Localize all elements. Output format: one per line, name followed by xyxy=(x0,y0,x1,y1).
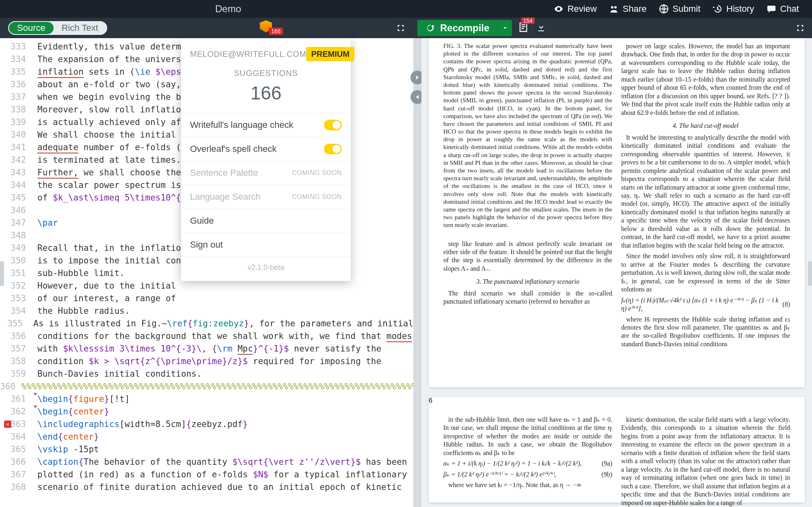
history-action[interactable]: History xyxy=(713,4,754,14)
row-guide[interactable]: Guide xyxy=(181,209,351,233)
code-text[interactable]: is actually achieved only af xyxy=(37,116,181,129)
eq-8: fₖ(η) = (i Hᵢ)/(Mₚₗ √4k³ ε₁) [αₖ (1 + i … xyxy=(621,296,790,313)
recompile-dropdown[interactable] xyxy=(497,20,512,36)
pdf-area: FIG. 3. The scalar power spectra evaluat… xyxy=(421,38,812,507)
code-text[interactable]: sub-Hubble limit. xyxy=(37,267,125,280)
share-action[interactable]: Share xyxy=(609,4,647,14)
pane-divider[interactable] xyxy=(413,38,421,507)
code-line[interactable]: 363\includegraphics[width=8.5cm]{zeebyz.… xyxy=(0,418,413,431)
writefull-popup: MELODIE@WRITEFULL.COM PREMIUM SUGGESTION… xyxy=(181,38,351,281)
editor-expand-button[interactable] xyxy=(396,24,405,34)
premium-badge: PREMIUM xyxy=(306,47,354,61)
line-number: 343 xyxy=(0,166,32,179)
code-text[interactable]: \vskip -15pt xyxy=(37,443,99,456)
code-line[interactable]: 362\begin{center} xyxy=(0,406,413,418)
code-text[interactable]: of $k_\ast\simeq 5\times10^{ xyxy=(37,192,181,204)
row-sentence-palette: Sentence Palette COMING SOON xyxy=(181,161,351,185)
line-number: 361 xyxy=(0,393,32,406)
line-number: 366 xyxy=(0,456,32,468)
code-text[interactable]: \includegraphics[width=8.5cm]{zeebyz.pdf… xyxy=(37,418,248,431)
code-text[interactable]: plotted (in red) as a function of e-fold… xyxy=(37,468,407,481)
code-text[interactable]: of our interest, a range of xyxy=(37,292,181,305)
code-text[interactable]: is to impose the initial con xyxy=(37,255,181,267)
code-line[interactable]: 359Bunch-Davies initial conditions. xyxy=(0,368,413,380)
code-line[interactable]: 354the Hubble radius. xyxy=(0,305,413,317)
code-text[interactable]: As is illustrated in Fig.~\ref{fig:zeeby… xyxy=(33,317,413,330)
toolbar: Source Rich Text 166 Recompile 154 xyxy=(0,18,812,38)
row-spell-check[interactable]: Overleaf's spell check xyxy=(181,137,351,161)
code-text[interactable]: \begin{center} xyxy=(37,406,109,418)
mode-rich-text[interactable]: Rich Text xyxy=(54,22,106,34)
recompile-button[interactable]: Recompile xyxy=(417,20,497,36)
code-line[interactable]: 353of our interest, a range of xyxy=(0,292,413,305)
code-text[interactable]: conditions for the background that we sh… xyxy=(37,330,412,343)
code-line[interactable]: 360%%%%%%%%%%%%%%%%%%%%%%%%%%%%%%%%%%%%%… xyxy=(0,380,413,393)
pdf-expand-button[interactable] xyxy=(796,24,805,34)
line-number: 341 xyxy=(0,141,32,154)
review-action[interactable]: Review xyxy=(554,4,597,14)
code-text[interactable]: \end{center} xyxy=(37,431,99,443)
p2-col1-para1: in the sub-Hubble limit, then one will h… xyxy=(443,416,612,457)
suggestions-label: SUGGESTIONS xyxy=(181,69,351,78)
logs-button[interactable]: 154 xyxy=(518,22,529,35)
code-line[interactable]: 368scenario of finite duration achieved … xyxy=(0,481,413,494)
code-text[interactable]: is terminated at late times. xyxy=(37,154,181,166)
code-line[interactable]: 364\end{center} xyxy=(0,431,413,443)
code-line[interactable]: 356conditions for the background that we… xyxy=(0,330,413,343)
pdf-preview-pane[interactable]: FIG. 3. The scalar power spectra evaluat… xyxy=(421,38,812,507)
code-text[interactable]: the Hubble radius. xyxy=(37,305,130,317)
toggle-language-check[interactable] xyxy=(324,120,342,130)
code-line[interactable]: 365\vskip -15pt xyxy=(0,443,413,456)
chat-action[interactable]: Chat xyxy=(767,4,799,14)
arrow-right-icon xyxy=(414,74,421,81)
chevron-down-icon xyxy=(502,25,508,31)
line-number: 344 xyxy=(0,179,32,192)
popup-version: v2.1.0-beta xyxy=(181,257,351,279)
code-line[interactable]: 367plotted (in red) as a function of e-f… xyxy=(0,468,413,481)
expand-icon xyxy=(396,24,405,32)
expand-icon xyxy=(796,24,805,32)
code-line[interactable]: 358condition $k > \sqrt{z^{\prime\prime}… xyxy=(0,355,413,368)
share-icon xyxy=(609,4,619,14)
topbar: Demo Review Share Submit History Chat xyxy=(0,0,812,18)
fold-icon[interactable] xyxy=(33,406,37,408)
p1-col1-para2: The third scenario we shall consider is … xyxy=(443,289,612,306)
code-line[interactable]: 361\begin{figure}[!t] xyxy=(0,393,413,406)
code-text[interactable]: condition $k > \sqrt{z^{\prime\prime}/z}… xyxy=(37,355,381,368)
topbar-actions: Review Share Submit History Chat xyxy=(554,4,812,14)
code-text[interactable]: Bunch-Davies initial conditions. xyxy=(37,368,202,380)
code-text[interactable]: scenario of finite duration achieved due… xyxy=(37,481,402,494)
right-rail-handle[interactable] xyxy=(808,261,812,286)
code-line[interactable]: 352However, due to the initial xyxy=(0,280,413,292)
code-line[interactable]: 366\caption{The behavior of the quantity… xyxy=(0,456,413,468)
line-number: 356 xyxy=(0,330,32,343)
row-signout[interactable]: Sign out xyxy=(181,233,351,257)
writefull-email: MELODIE@WRITEFULL.COM xyxy=(190,50,306,59)
page-number: 6 xyxy=(429,397,432,404)
fold-icon[interactable] xyxy=(33,393,37,396)
writefull-badge[interactable]: 166 xyxy=(260,20,272,32)
coming-soon-1: COMING SOON xyxy=(292,169,342,177)
row-guide-label: Guide xyxy=(190,216,214,226)
download-pdf-button[interactable] xyxy=(536,22,546,34)
code-line[interactable]: 355As is illustrated in Fig.~\ref{fig:ze… xyxy=(0,317,413,330)
p1-col1-para1: step like feature and is almost perfectl… xyxy=(443,240,612,273)
main-split: 333Evidently, this value determ ld.334Th… xyxy=(0,38,812,507)
code-text[interactable]: with $k\lesssim 3\times 10^{-3}\, {\rm M… xyxy=(37,343,381,355)
pdf-page-2: 6 in the sub-Hubble limit, then one will… xyxy=(429,397,805,503)
mode-source[interactable]: Source xyxy=(9,22,54,34)
error-icon[interactable] xyxy=(4,421,11,428)
suggestions-count: 166 xyxy=(181,82,351,104)
toggle-spell-check[interactable] xyxy=(324,144,342,154)
code-text[interactable]: \begin{figure}[!t] xyxy=(37,393,130,406)
code-line[interactable]: 357with $k\lesssim 3\times 10^{-3}\, {\r… xyxy=(0,343,413,355)
code-text[interactable]: However, due to the initial xyxy=(37,280,181,292)
code-text[interactable]: when we begin evolving the b xyxy=(37,91,181,104)
code-text[interactable]: \caption{The behavior of the quantity $\… xyxy=(37,456,407,468)
row-language-check[interactable]: Writefull's language check xyxy=(181,113,351,137)
code-text[interactable]: \par xyxy=(37,217,58,229)
line-number: 342 xyxy=(0,154,32,166)
code-text[interactable]: We shall choose the initial xyxy=(37,129,181,141)
submit-action[interactable]: Submit xyxy=(659,4,700,14)
svg-point-0 xyxy=(611,6,613,9)
